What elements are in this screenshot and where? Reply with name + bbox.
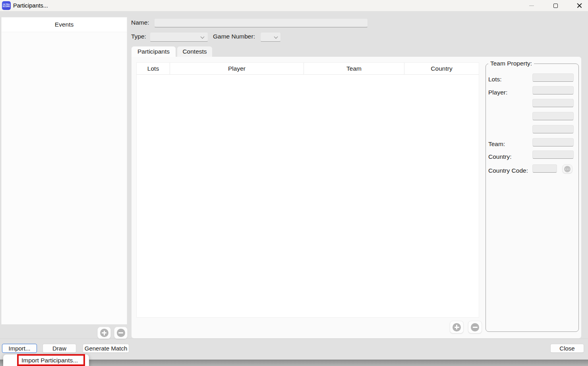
game-number-label: Game Number: <box>213 33 255 40</box>
column-header-player[interactable]: Player <box>170 63 304 74</box>
team-input[interactable] <box>532 138 574 146</box>
type-select[interactable] <box>150 32 208 42</box>
screenshot-root: ULTRA SCORE Participants... Events <box>0 0 588 366</box>
lots-input[interactable] <box>532 73 574 82</box>
minus-icon <box>471 323 479 331</box>
app-logo-icon: ULTRA SCORE <box>2 1 11 10</box>
chevron-down-icon <box>201 35 205 39</box>
events-list[interactable] <box>2 32 127 324</box>
participants-tab-panel: Lots Player Team Country Team Property: … <box>132 57 581 338</box>
generate-match-button[interactable]: Generate Match <box>83 344 129 353</box>
lots-label: Lots: <box>488 76 502 83</box>
name-label: Name: <box>131 19 149 26</box>
window-title: Participants... <box>13 0 48 11</box>
tab-participants[interactable]: Participants <box>132 46 176 57</box>
country-code-label: Country Code: <box>488 167 528 174</box>
country-input[interactable] <box>532 150 574 159</box>
maximize-icon <box>553 4 558 8</box>
tab-contests[interactable]: Contests <box>177 46 212 57</box>
country-code-input[interactable] <box>532 164 557 173</box>
generate-match-button-label: Generate Match <box>85 345 128 352</box>
titlebar: ULTRA SCORE Participants... <box>0 0 588 11</box>
add-event-button[interactable] <box>97 327 111 339</box>
minimize-button[interactable] <box>524 0 540 11</box>
table-body-empty[interactable] <box>137 75 479 317</box>
remove-participant-button[interactable] <box>468 321 482 333</box>
close-button[interactable]: Close <box>550 344 584 353</box>
app-logo-line2: SCORE <box>3 6 10 8</box>
player-label: Player: <box>488 89 507 96</box>
team-label: Team: <box>488 141 505 148</box>
add-participant-button[interactable] <box>450 321 464 333</box>
name-input[interactable] <box>154 18 368 27</box>
country-label: Country: <box>488 153 512 160</box>
maximize-button[interactable] <box>547 0 563 11</box>
close-window-button[interactable] <box>571 0 587 11</box>
column-header-team[interactable]: Team <box>304 63 404 74</box>
annotation-highlight-box <box>17 354 85 366</box>
column-header-country[interactable]: Country <box>404 63 479 74</box>
chevron-down-icon <box>274 35 278 39</box>
import-button-label: Import... <box>8 345 30 352</box>
footer-divider <box>0 339 588 339</box>
import-button[interactable]: Import... <box>2 344 37 353</box>
player-input-3[interactable] <box>532 112 574 120</box>
plus-icon <box>453 323 461 331</box>
minimize-icon <box>529 6 534 6</box>
column-header-lots[interactable]: Lots <box>137 63 170 74</box>
game-number-select[interactable] <box>260 32 281 42</box>
close-icon <box>577 3 582 8</box>
draw-button-label: Draw <box>52 345 66 352</box>
tab-contests-label: Contests <box>182 48 207 55</box>
type-label: Type: <box>131 33 146 40</box>
close-button-label: Close <box>559 345 574 352</box>
participants-table[interactable]: Lots Player Team Country <box>136 62 479 318</box>
draw-button[interactable]: Draw <box>43 344 76 353</box>
participants-dialog: ULTRA SCORE Participants... Events <box>0 0 588 360</box>
plus-icon <box>100 329 108 337</box>
events-panel: Events <box>1 17 127 324</box>
team-property-group: Team Property: Lots: Player: Team: Count… <box>485 60 579 332</box>
player-input-1[interactable] <box>532 86 574 94</box>
minus-icon <box>117 329 125 337</box>
player-input-4[interactable] <box>532 125 574 133</box>
country-code-browse-button[interactable] <box>562 164 573 173</box>
events-panel-title: Events <box>2 17 127 32</box>
player-input-2[interactable] <box>532 99 574 107</box>
table-header-row: Lots Player Team Country <box>137 63 479 75</box>
tab-participants-label: Participants <box>137 48 170 55</box>
ellipsis-icon <box>564 166 571 172</box>
remove-event-button[interactable] <box>114 327 128 339</box>
team-property-legend: Team Property: <box>488 60 534 67</box>
